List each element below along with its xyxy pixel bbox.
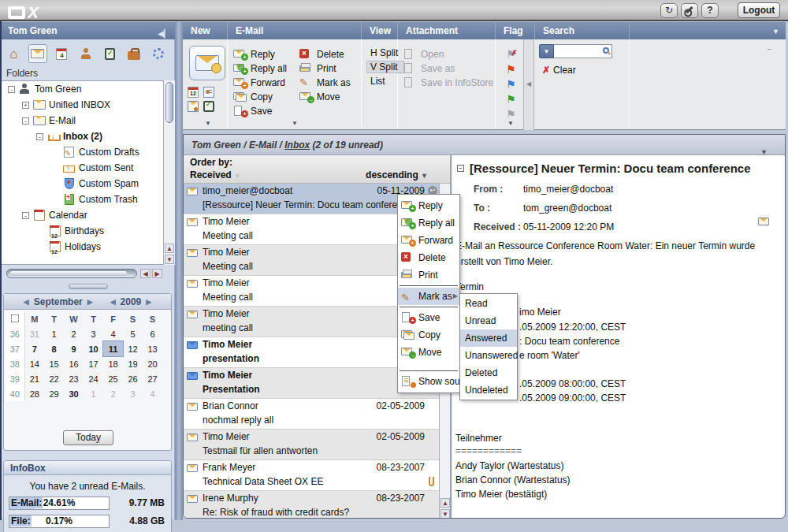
new-section-expand-icon[interactable]: ▼ — [205, 120, 211, 127]
calendar-day[interactable]: 20 — [143, 356, 162, 371]
email-section-expand-icon[interactable]: ▼ — [292, 120, 298, 127]
calendar-day[interactable]: 15 — [44, 356, 64, 371]
submenu-item-answered[interactable]: Answered — [460, 329, 517, 347]
folder-item-tom-green[interactable]: -Tom Green — [2, 81, 163, 97]
submenu-item-unread[interactable]: Unread — [460, 312, 517, 329]
menu-item-copy[interactable]: Copy — [398, 326, 459, 344]
prev-month-icon[interactable]: ◀ — [24, 298, 29, 306]
menu-item-save[interactable]: +Save — [398, 309, 459, 326]
search-icon[interactable] — [603, 47, 609, 54]
calendar-day[interactable]: 25 — [103, 371, 123, 386]
calendar-day[interactable]: 31 — [24, 326, 44, 341]
move-button[interactable]: →Move — [299, 90, 340, 104]
new-email-to-contact-icon[interactable] — [188, 101, 199, 112]
next-year-icon[interactable]: ▶ — [146, 298, 151, 306]
calendar-day[interactable]: 1 — [44, 326, 64, 341]
folder-item-unified-inbox[interactable]: +Unified INBOX — [2, 97, 163, 113]
submenu-item-read[interactable]: Read — [460, 295, 517, 312]
collapse-node-icon[interactable]: - — [8, 86, 15, 93]
scrollbar-thumb[interactable] — [165, 82, 173, 123]
menu-item-reply[interactable]: +Reply — [398, 197, 459, 214]
folder-item-custom-spam[interactable]: Custom Spam — [2, 176, 163, 192]
calendar-day[interactable]: 19 — [123, 356, 143, 371]
search-input[interactable] — [554, 44, 612, 58]
hscroll-thumb[interactable] — [10, 271, 127, 276]
menu-item-print[interactable]: Print — [398, 266, 459, 284]
folder-item-birthdays[interactable]: 12Birthdays — [2, 223, 163, 239]
forward-button[interactable]: +Forward — [233, 76, 285, 90]
submenu-item-undeleted[interactable]: Undeleted — [460, 381, 517, 399]
scroll-right-icon[interactable]: ▶ — [152, 269, 162, 278]
calendar-day[interactable]: 14 — [24, 356, 44, 371]
collapse-node-icon[interactable]: - — [22, 117, 29, 125]
toolbar-minimize-icon[interactable]: − — [768, 46, 771, 53]
calendar-day[interactable]: 24 — [84, 371, 103, 386]
gray-flag-icon[interactable]: ⚑ — [506, 109, 516, 121]
panel-resize-grip[interactable] — [69, 284, 108, 289]
scroll-up-icon[interactable]: ▲ — [440, 498, 450, 508]
folder-item-e-mail[interactable]: -E-Mail — [2, 113, 163, 128]
mark-as-button[interactable]: ✎Mark as — [299, 76, 351, 90]
calendar-day[interactable]: 3 — [123, 386, 143, 401]
calendar-day[interactable]: 9 — [64, 341, 84, 356]
mail-module-icon[interactable] — [28, 44, 47, 63]
copy-button[interactable]: Copy — [233, 90, 273, 104]
home-module-icon[interactable]: ⌂ — [4, 44, 23, 63]
red-flag-icon[interactable]: ⚑ — [506, 64, 516, 76]
calendar-day[interactable]: 16 — [64, 356, 84, 371]
calendar-day[interactable]: 4 — [103, 326, 123, 341]
menu-item-show-source[interactable]: Show source — [398, 373, 459, 390]
menu-item-mark-as[interactable]: ✎Mark as▶ — [398, 288, 459, 305]
menu-item-delete[interactable]: ×Delete — [398, 249, 459, 266]
new-email-button[interactable] — [189, 46, 225, 80]
menu-item-move[interactable]: →Move — [398, 344, 459, 361]
settings-tools-button[interactable] — [681, 3, 698, 18]
green-flag-icon[interactable]: ⚑ — [506, 94, 516, 106]
tasks-module-icon[interactable] — [101, 44, 120, 63]
reply-all-button[interactable]: +Reply all — [233, 61, 287, 76]
calendar-day[interactable]: 13 — [143, 341, 162, 356]
calendar-day[interactable]: 17 — [84, 356, 103, 371]
scroll-left-icon[interactable]: ◀ — [140, 269, 151, 278]
toolbar-splitter[interactable]: ◀ — [523, 39, 534, 130]
submenu-item-deleted[interactable]: Deleted — [460, 364, 517, 381]
collapse-message-icon[interactable]: − — [457, 165, 464, 172]
clear-flag-icon[interactable]: ⚑✗ — [506, 49, 516, 61]
toolbar-options-icon[interactable]: ▼ — [772, 28, 779, 35]
calendar-day[interactable]: 8 — [44, 341, 64, 356]
view-v-split[interactable]: V Split — [367, 61, 403, 73]
clear-search-button[interactable]: ✗Clear — [542, 65, 576, 76]
calendar-day[interactable]: 2 — [103, 386, 123, 401]
calendar-day[interactable]: 3 — [84, 326, 103, 341]
breadcrumb-inbox-link[interactable]: Inbox — [284, 140, 310, 151]
logout-button[interactable]: Logout — [738, 2, 780, 18]
calendar-day[interactable]: 21 — [24, 371, 44, 386]
view-list[interactable]: List — [367, 76, 403, 87]
sort-field[interactable]: Received ▼ — [190, 169, 241, 180]
calendar-module-icon[interactable] — [52, 44, 71, 63]
calendar-day[interactable]: 26 — [123, 371, 143, 386]
scroll-up-icon[interactable]: ▲ — [165, 244, 174, 253]
calendar-day[interactable]: 5 — [123, 326, 143, 341]
mail-row[interactable]: Irene Murphy08-23-2007Re: Risk of fraud … — [184, 491, 439, 519]
save-button[interactable]: +Save — [233, 104, 272, 118]
mail-row[interactable]: Frank Meyer08-23-2007Technical Data Shee… — [184, 460, 439, 491]
calendar-day[interactable]: 4 — [143, 386, 162, 401]
collapse-node-icon[interactable]: - — [22, 212, 29, 219]
calendar-day[interactable]: 28 — [24, 386, 44, 401]
folder-tree-scrollbar[interactable]: ▲ ▼ — [163, 80, 175, 265]
calendar-day[interactable]: 22 — [44, 371, 64, 386]
view-h-split[interactable]: H Split — [367, 47, 403, 58]
sort-direction[interactable]: descending ▼ — [366, 169, 428, 180]
calendar-day[interactable]: 23 — [64, 371, 84, 386]
menu-item-reply-all[interactable]: +Reply all — [398, 214, 459, 232]
folder-item-custom-drafts[interactable]: Custom Drafts — [2, 144, 163, 160]
folder-item-custom-trash[interactable]: Custom Trash — [2, 192, 163, 207]
calendar-day[interactable]: 18 — [103, 356, 123, 371]
folder-item-custom-sent[interactable]: Custom Sent — [2, 160, 163, 176]
folder-item-calendar[interactable]: -Calendar — [2, 207, 163, 223]
submenu-item-unanswered[interactable]: Unanswered — [460, 347, 517, 364]
print-button[interactable]: Print — [299, 61, 336, 76]
calendar-day[interactable]: 2 — [64, 326, 84, 341]
calendar-day[interactable]: 12 — [123, 341, 143, 356]
